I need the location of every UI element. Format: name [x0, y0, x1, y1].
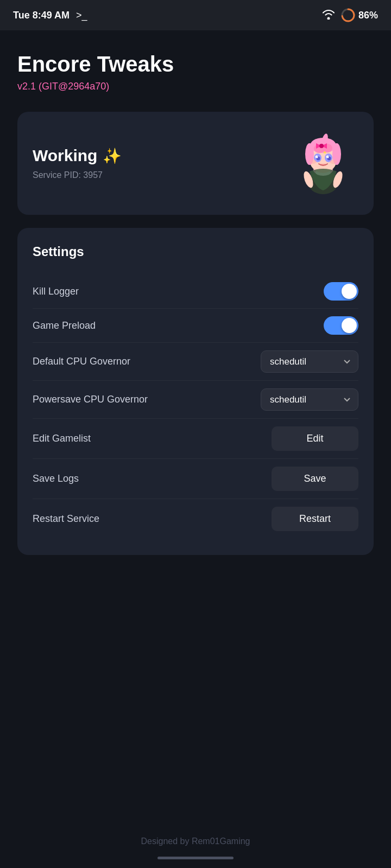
setting-row-game-preload: Game Preload [33, 309, 358, 343]
battery-ring-icon [341, 8, 355, 22]
anime-character [288, 128, 358, 199]
kill-logger-knob [342, 284, 357, 299]
edit-gamelist-label: Edit Gamelist [33, 433, 91, 444]
footer-text: Designed by Rem01Gaming [141, 837, 250, 846]
powersave-cpu-governor-select[interactable]: schedutil performance powersave ondemand… [261, 388, 358, 411]
svg-point-21 [317, 157, 318, 158]
status-card: Working ✨ Service PID: 3957 [17, 112, 374, 215]
setting-row-default-cpu-governor: Default CPU Governor schedutil performan… [33, 343, 358, 381]
game-preload-label: Game Preload [33, 320, 96, 331]
character-illustration [288, 128, 358, 199]
wifi-icon [321, 9, 336, 22]
setting-row-powersave-cpu-governor: Powersave CPU Governor schedutil perform… [33, 381, 358, 419]
powersave-cpu-governor-label: Powersave CPU Governor [33, 394, 148, 405]
main-content: Encore Tweaks v2.1 (GIT@2964a70) Working… [0, 30, 391, 588]
edit-gamelist-button[interactable]: Edit [272, 426, 358, 451]
status-working: Working ✨ [33, 146, 288, 165]
setting-row-kill-logger: Kill Logger [33, 275, 358, 309]
svg-point-14 [319, 144, 324, 148]
restart-service-button[interactable]: Restart [272, 507, 358, 531]
svg-point-23 [309, 159, 317, 164]
svg-point-22 [327, 157, 329, 158]
battery-percent: 86% [358, 10, 378, 21]
app-header: Encore Tweaks v2.1 (GIT@2964a70) [17, 52, 374, 92]
working-text: Working [33, 146, 97, 165]
sparkle-icon: ✨ [103, 147, 122, 165]
setting-row-edit-gamelist: Edit Gamelist Edit [33, 419, 358, 459]
status-bar-right: 86% [321, 8, 378, 22]
game-preload-toggle[interactable] [324, 316, 358, 335]
svg-point-24 [330, 159, 337, 164]
save-logs-label: Save Logs [33, 473, 79, 484]
restart-service-label: Restart Service [33, 513, 99, 525]
setting-row-save-logs: Save Logs Save [33, 459, 358, 499]
battery-indicator: 86% [341, 8, 378, 22]
save-logs-button[interactable]: Save [272, 467, 358, 491]
status-time: Tue 8:49 AM [13, 10, 70, 21]
app-version: v2.1 (GIT@2964a70) [17, 81, 374, 92]
settings-card: Settings Kill Logger Game Preload Defaul… [17, 228, 374, 555]
status-bar: Tue 8:49 AM >_ 86% [0, 0, 391, 30]
default-cpu-governor-select[interactable]: schedutil performance powersave ondemand… [261, 350, 358, 373]
status-card-left: Working ✨ Service PID: 3957 [33, 146, 288, 180]
footer: Designed by Rem01Gaming [0, 837, 391, 846]
kill-logger-label: Kill Logger [33, 286, 79, 297]
game-preload-knob [342, 318, 357, 333]
service-pid: Service PID: 3957 [33, 170, 288, 180]
home-indicator [157, 857, 234, 859]
default-cpu-governor-label: Default CPU Governor [33, 356, 130, 367]
settings-title: Settings [33, 244, 358, 259]
status-bar-left: Tue 8:49 AM >_ [13, 10, 87, 21]
shell-icon: >_ [76, 10, 87, 21]
kill-logger-toggle[interactable] [324, 282, 358, 301]
setting-row-restart-service: Restart Service Restart [33, 499, 358, 539]
app-title: Encore Tweaks [17, 52, 374, 76]
